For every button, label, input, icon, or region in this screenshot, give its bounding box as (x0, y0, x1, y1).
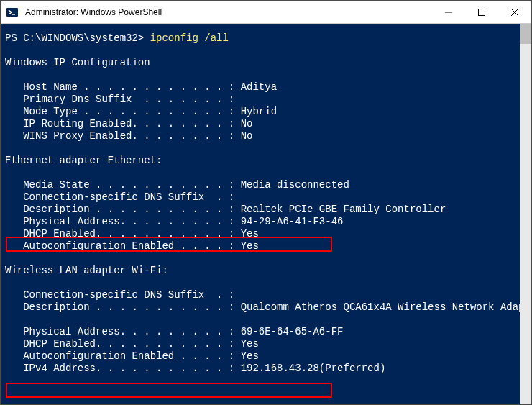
output-line: Connection-specific DNS Suffix . : (5, 191, 234, 203)
output-line: Primary Dns Suffix . . . . . . . : (5, 94, 234, 105)
powershell-icon (6, 6, 18, 18)
minimize-button[interactable] (432, 1, 465, 23)
output-line: Node Type . . . . . . . . . . . . : Hybr… (5, 106, 277, 117)
output-line: DHCP Enabled. . . . . . . . . . . : Yes (5, 228, 259, 240)
output-line: IPv4 Address. . . . . . . . . . . : 192.… (5, 363, 385, 374)
output-line: Connection-specific DNS Suffix . : (5, 289, 234, 301)
window-titlebar: Administrator: Windows PowerShell (1, 1, 531, 24)
scrollbar-thumb[interactable] (520, 24, 531, 44)
output-line: Autoconfiguration Enabled . . . . : Yes (5, 350, 259, 362)
output-line: Physical Address. . . . . . . . . : 94-2… (5, 216, 343, 227)
output-line: Description . . . . . . . . . . . : Qual… (5, 301, 520, 313)
scrollbar-track[interactable] (520, 24, 531, 404)
output-line: Wireless LAN adapter Wi-Fi: (5, 265, 168, 276)
close-button[interactable] (498, 1, 531, 23)
output-line: Windows IP Configuration (5, 57, 150, 68)
svg-rect-3 (479, 9, 485, 15)
highlight-box (6, 383, 332, 398)
window-title: Administrator: Windows PowerShell (25, 7, 432, 17)
prompt-prefix: PS C:\WINDOWS\system32> (5, 32, 150, 44)
prompt-command: ipconfig /all (150, 32, 229, 44)
output-line: Ethernet adapter Ethernet: (5, 155, 162, 166)
output-line: IP Routing Enabled. . . . . . . . : No (5, 118, 252, 129)
output-line: Description . . . . . . . . . . . : Real… (5, 204, 446, 215)
output-line: Physical Address. . . . . . . . . : 69-6… (5, 326, 343, 337)
output-line: WINS Proxy Enabled. . . . . . . . : No (5, 130, 252, 142)
terminal[interactable]: PS C:\WINDOWS\system32> ipconfig /all Wi… (1, 24, 520, 404)
terminal-wrap: PS C:\WINDOWS\system32> ipconfig /all Wi… (1, 24, 531, 404)
window-controls (432, 1, 531, 23)
output-line: Autoconfiguration Enabled . . . . : Yes (5, 240, 259, 252)
output-line: Host Name . . . . . . . . . . . . : Adit… (5, 81, 277, 93)
maximize-button[interactable] (465, 1, 498, 23)
output-line: DHCP Enabled. . . . . . . . . . . : Yes (5, 338, 259, 350)
output-line: Media State . . . . . . . . . . . : Medi… (5, 179, 349, 191)
